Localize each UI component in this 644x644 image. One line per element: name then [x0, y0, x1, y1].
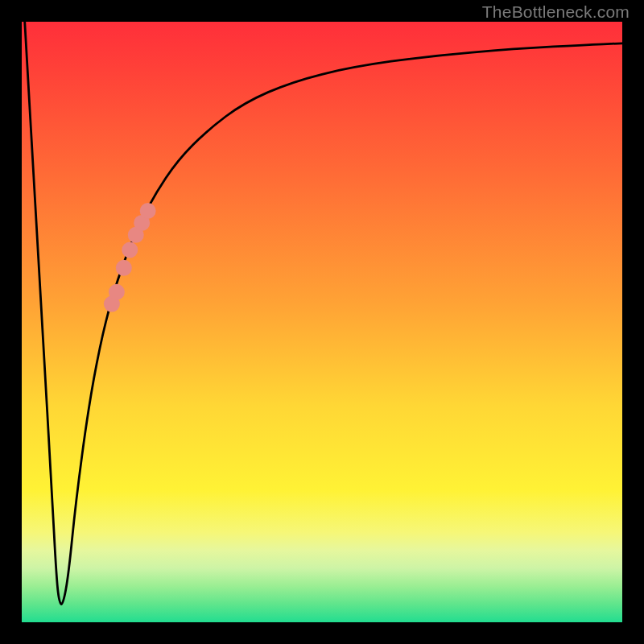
curve-svg: [22, 22, 622, 622]
highlight-dot: [109, 284, 125, 300]
bottleneck-curve: [25, 22, 622, 605]
highlight-group: [104, 203, 156, 312]
plot-area: [22, 22, 622, 622]
highlight-dot: [122, 242, 138, 258]
chart-frame: TheBottleneck.com: [0, 0, 644, 644]
highlight-dot: [140, 203, 156, 219]
watermark-text: TheBottleneck.com: [482, 2, 630, 22]
highlight-dot: [116, 260, 132, 276]
